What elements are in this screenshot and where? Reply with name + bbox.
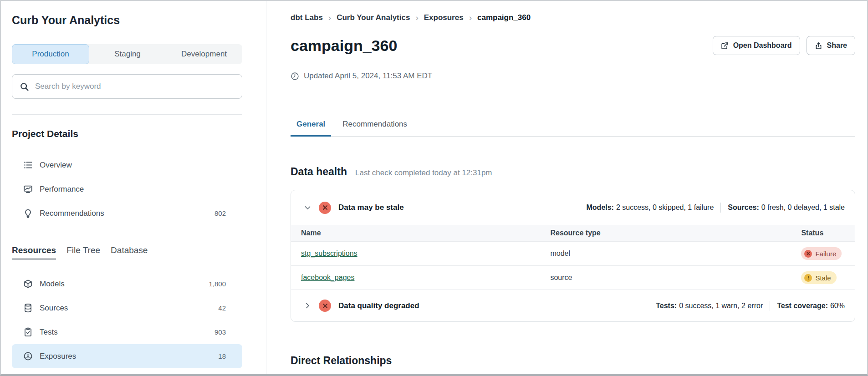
sidebar-item-sources[interactable]: Sources 42 [12,296,242,320]
sidebar-item-count: 802 [214,209,226,217]
breadcrumb: dbt Labs › Curb Your Analytics › Exposur… [291,13,855,22]
data-health-header: Data health Last check completed today a… [291,166,855,178]
stat-divider [720,203,721,213]
resource-type-column-header: Resource type [550,225,801,242]
tab-resources[interactable]: Resources [12,245,56,259]
sidebar-item-recommendations[interactable]: Recommendations 802 [12,201,242,225]
stat-divider [770,301,770,311]
sidebar-item-label: Performance [40,185,226,194]
table-header-row: Name Resource type Status [291,225,855,242]
breadcrumb-dbt-labs[interactable]: dbt Labs [291,13,323,22]
main-content: dbt Labs › Curb Your Analytics › Exposur… [266,1,867,374]
stale-section-row[interactable]: Data may be stale Models:2 success, 0 sk… [291,190,855,225]
chevron-right-icon[interactable] [304,302,311,310]
app-window: Curb Your Analytics Production Staging D… [0,0,868,376]
quality-section-stats: Tests:0 success, 1 warn, 2 error Test co… [656,301,845,311]
last-check-text: Last check completed today at 12:31pm [355,168,492,178]
open-dashboard-button[interactable]: Open Dashboard [713,36,800,55]
sidebar-item-count: 1,800 [209,280,226,288]
performance-chart-icon [23,184,33,194]
stale-section-title: Data may be stale [338,203,404,212]
resource-view-tabs: Resources File Tree Database [12,245,242,259]
open-dashboard-label: Open Dashboard [733,41,792,50]
env-tab-production[interactable]: Production [12,44,89,64]
status-badge-label: Stale [815,274,831,282]
gauge-icon [23,351,33,361]
tab-general[interactable]: General [291,120,331,137]
status-column-header: Status [801,225,855,242]
quality-section-title: Data quality degraded [338,301,419,310]
stale-section-stats: Models:2 success, 0 skipped, 1 failure S… [587,203,845,213]
sidebar-item-label: Tests [40,328,214,337]
sidebar-item-performance[interactable]: Performance [12,177,242,201]
cube-icon [23,279,33,289]
error-status-icon [319,202,331,214]
error-badge-icon [804,250,812,258]
resources-nav: Models 1,800 Sources 42 Tests 903 [12,272,242,368]
coverage-stat: Test coverage:60% [777,302,845,310]
data-health-heading: Data health [291,166,347,178]
coverage-stat-label: Test coverage: [777,302,828,310]
direct-relationships-heading: Direct Relationships [291,355,855,367]
breadcrumb-exposures[interactable]: Exposures [424,13,464,22]
list-icon [23,160,33,170]
error-status-icon [319,300,331,312]
env-tab-staging[interactable]: Staging [89,44,166,64]
tests-stat-label: Tests: [656,302,677,310]
share-icon [815,42,822,50]
sidebar-item-label: Exposures [40,352,218,361]
status-badge: Stale [801,271,836,284]
tests-stat-value: 0 success, 1 warn, 2 error [679,302,763,310]
page-header: campaign_360 Open Dashboard Share [291,36,855,55]
external-link-icon [721,42,729,50]
stale-resources-table: Name Resource type Status stg_subscripti… [291,225,855,290]
updated-text: Updated April 5, 2024, 11:53 AM EDT [304,71,432,81]
resource-link[interactable]: facebook_pages [301,274,354,281]
name-column-header: Name [291,225,550,242]
resource-type-cell: model [550,242,801,266]
tab-database[interactable]: Database [111,245,148,259]
quality-section-row[interactable]: Data quality degraded Tests:0 success, 1… [291,290,855,321]
sidebar-item-label: Models [40,279,209,289]
sidebar-item-label: Sources [40,304,218,313]
models-stat-label: Models: [587,203,614,211]
sidebar-search[interactable] [12,74,242,99]
tests-stat: Tests:0 success, 1 warn, 2 error [656,302,763,310]
header-actions: Open Dashboard Share [713,36,855,55]
sidebar: Curb Your Analytics Production Staging D… [1,1,266,374]
sidebar-item-tests[interactable]: Tests 903 [12,320,242,344]
project-details-nav: Overview Performance Recommendations 802 [12,153,242,225]
search-icon [20,82,29,91]
sources-stat-label: Sources: [728,203,759,211]
table-row: facebook_pages source Stale [291,266,855,290]
search-input[interactable] [35,82,235,91]
chevron-separator-icon: › [469,13,472,22]
share-button[interactable]: Share [807,36,855,55]
page-tabs: General Recommendations [291,120,855,137]
sidebar-item-label: Overview [40,161,226,170]
table-row: stg_subscriptions model Failure [291,242,855,266]
project-details-heading: Project Details [12,128,242,139]
clipboard-check-icon [23,327,33,337]
sidebar-item-label: Recommendations [40,209,214,218]
breadcrumb-project[interactable]: Curb Your Analytics [337,13,410,22]
status-badge-label: Failure [815,250,836,258]
sidebar-item-overview[interactable]: Overview [12,153,242,177]
chevron-down-icon[interactable] [304,204,311,212]
resource-link[interactable]: stg_subscriptions [301,249,357,257]
warning-badge-icon [804,274,812,282]
models-stat-value: 2 success, 0 skipped, 1 failure [616,203,714,211]
sidebar-item-count: 903 [214,328,226,336]
sidebar-item-exposures[interactable]: Exposures 18 [12,344,242,368]
models-stat: Models:2 success, 0 skipped, 1 failure [587,203,714,212]
updated-timestamp: Updated April 5, 2024, 11:53 AM EDT [291,71,855,81]
chevron-separator-icon: › [415,13,418,22]
coverage-stat-value: 60% [830,302,845,310]
status-badge: Failure [801,247,842,260]
lightbulb-icon [23,208,33,218]
tab-recommendations[interactable]: Recommendations [337,120,413,137]
data-health-card: Data may be stale Models:2 success, 0 sk… [291,190,855,322]
tab-file-tree[interactable]: File Tree [66,245,100,259]
env-tab-development[interactable]: Development [166,44,242,64]
sidebar-item-models[interactable]: Models 1,800 [12,272,242,296]
